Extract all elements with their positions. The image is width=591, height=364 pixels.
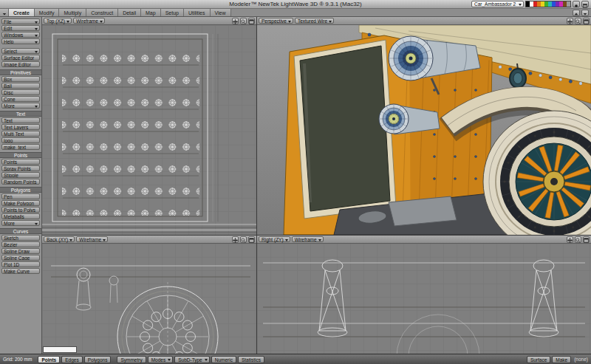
tool-pen[interactable]: Pen xyxy=(1,193,40,199)
zoom-icon[interactable] xyxy=(240,18,247,24)
menu-corner-button[interactable] xyxy=(0,9,9,16)
zoom-icon[interactable] xyxy=(575,18,581,24)
tool-spline-draw[interactable]: Spline Draw xyxy=(1,248,40,254)
tool-multi-text[interactable]: Multi Text xyxy=(1,131,40,137)
viewport-right: Right (ZY) Wireframe xyxy=(257,236,591,354)
tab-construct[interactable]: Construct xyxy=(86,9,118,16)
mode-points[interactable]: Points xyxy=(38,356,60,363)
menu-file[interactable]: File xyxy=(1,18,40,24)
tool-random-points[interactable]: Random Points xyxy=(1,179,40,185)
tool-spray-points[interactable]: Spray Points xyxy=(1,165,40,171)
tool-points-to-polys[interactable]: Points to Polys xyxy=(1,207,40,213)
viewport-right-header: Right (ZY) Wireframe xyxy=(257,236,591,244)
palette-options-button[interactable] xyxy=(573,1,580,7)
tool-more[interactable]: More xyxy=(1,103,40,109)
viewport-back-header: Back (XY) Wireframe xyxy=(42,236,256,244)
group-header-text: Text xyxy=(0,111,41,117)
viewport-back-view-select[interactable]: Back (XY) xyxy=(44,236,75,242)
modeler-window: Modeler™ NewTek LightWave 3D ® 9.3.1 (Ma… xyxy=(0,0,591,364)
tab-view[interactable]: View xyxy=(211,9,231,16)
tool-text[interactable]: Text xyxy=(1,117,40,123)
color-palette xyxy=(525,1,571,7)
viewport-grid: Top (XZ) Wireframe xyxy=(42,17,591,354)
object-selector[interactable]: Car_Ambassador 2 xyxy=(471,1,524,7)
tool-logo[interactable]: logo xyxy=(1,137,40,143)
tab-map[interactable]: Map xyxy=(141,9,161,16)
tab-create[interactable]: Create xyxy=(9,9,35,16)
tab-utilities[interactable]: Utilities xyxy=(184,9,211,16)
viewport-back: Back (XY) Wireframe xyxy=(42,236,256,354)
pan-icon[interactable] xyxy=(567,18,573,24)
viewport-top-mode-select[interactable]: Wireframe xyxy=(73,18,105,24)
maximize-icon[interactable] xyxy=(583,18,590,24)
viewport-back-mode-select[interactable]: Wireframe xyxy=(76,236,108,242)
menu-select[interactable]: Select xyxy=(1,48,40,54)
maximize-icon[interactable] xyxy=(248,18,255,24)
maximize-icon[interactable] xyxy=(583,236,590,243)
group-header-polygons: Polygons xyxy=(0,187,41,193)
button-surface[interactable]: Surface xyxy=(527,356,550,363)
color-swatch-11[interactable] xyxy=(567,1,570,7)
status-input[interactable] xyxy=(43,346,77,353)
button-surface-editor[interactable]: Surface Editor xyxy=(1,55,40,61)
tool-text-layers[interactable]: Text Layers xyxy=(1,124,40,130)
tool-sketch[interactable]: Sketch xyxy=(1,235,40,241)
tab-detail[interactable]: Detail xyxy=(118,9,141,16)
tool-spline-cage[interactable]: Spline Cage xyxy=(1,255,40,261)
tab-modify[interactable]: Modify xyxy=(35,9,60,16)
layer-options-button[interactable] xyxy=(581,1,589,7)
viewport-top-view-select[interactable]: Top (XZ) xyxy=(44,18,72,24)
tool-plot-1d[interactable]: Plot 1D xyxy=(1,261,40,267)
dot-icon xyxy=(574,0,578,11)
viewport-perspective-mode-select[interactable]: Textured Wire xyxy=(295,18,334,24)
pan-icon[interactable] xyxy=(567,236,573,243)
viewport-back-canvas[interactable] xyxy=(42,244,256,354)
group-header-points: Points xyxy=(0,152,41,158)
grid-icon xyxy=(583,0,587,11)
viewport-right-mode-select[interactable]: Wireframe xyxy=(292,236,324,242)
menu-edit[interactable]: Edit xyxy=(1,25,40,31)
tool-make-curve[interactable]: Make Curve xyxy=(1,268,40,274)
tool-box[interactable]: Box xyxy=(1,76,40,82)
maximize-icon[interactable] xyxy=(248,236,255,243)
tabbar: CreateModifyMultiplyConstructDetailMapSe… xyxy=(0,9,591,17)
viewport-perspective-canvas[interactable] xyxy=(257,25,591,235)
viewport-top-canvas[interactable] xyxy=(42,25,256,235)
button-image-editor[interactable]: Image Editor xyxy=(1,61,40,67)
button-modes[interactable]: Modes xyxy=(148,356,174,363)
tool-bezier[interactable]: Bezier xyxy=(1,241,40,247)
bottombar: Grid: 200 mm PointsEdgesPolygons Symmetr… xyxy=(0,354,591,364)
tool-make-polygon[interactable]: Make Polygon xyxy=(1,200,40,206)
tool-ball[interactable]: Ball xyxy=(1,83,40,89)
button-symmetry[interactable]: Symmetry xyxy=(117,356,146,363)
zoom-icon[interactable] xyxy=(240,236,247,243)
mode-polygons[interactable]: Polygons xyxy=(84,356,112,363)
tool-make-text[interactable]: make_text xyxy=(1,144,40,150)
pan-icon[interactable] xyxy=(232,18,239,24)
menu-help[interactable]: Help xyxy=(1,38,40,44)
tab-setup[interactable]: Setup xyxy=(161,9,184,16)
menu-windows[interactable]: Windows xyxy=(1,32,40,38)
tool-metaballs[interactable]: Metaballs xyxy=(1,213,40,219)
viewport-top-header: Top (XZ) Wireframe xyxy=(42,17,256,25)
button-make[interactable]: Make xyxy=(552,356,571,363)
tool-disc[interactable]: Disc xyxy=(1,89,40,95)
button-subd-type[interactable]: SubD-Type xyxy=(174,356,210,363)
tool-cone[interactable]: Cone xyxy=(1,96,40,102)
tool-stipple[interactable]: Stipple xyxy=(1,172,40,178)
button-numeric[interactable]: Numeric xyxy=(211,356,236,363)
bottom-button-group: SymmetryModesSubD-TypeNumericStatistics xyxy=(117,356,264,363)
tool-points[interactable]: Points xyxy=(1,159,40,165)
pan-icon[interactable] xyxy=(232,236,239,243)
mode-edges[interactable]: Edges xyxy=(61,356,82,363)
tab-multiply[interactable]: Multiply xyxy=(59,9,86,16)
zoom-icon[interactable] xyxy=(575,236,581,243)
titlebar: Modeler™ NewTek LightWave 3D ® 9.3.1 (Ma… xyxy=(0,0,591,9)
viewport-right-canvas[interactable] xyxy=(257,244,591,354)
viewport-right-view-select[interactable]: Right (ZY) xyxy=(259,236,290,242)
surface-name-value: (none) xyxy=(574,357,588,362)
selection-mode-group: PointsEdgesPolygons xyxy=(38,356,111,363)
tool-more[interactable]: More xyxy=(1,220,40,226)
viewport-perspective-view-select[interactable]: Perspective xyxy=(259,18,293,24)
button-statistics[interactable]: Statistics xyxy=(238,356,264,363)
